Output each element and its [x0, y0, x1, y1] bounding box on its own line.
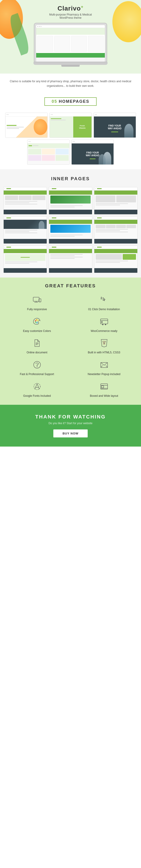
ip5-body [49, 220, 92, 244]
ip1-body [4, 190, 47, 214]
feature-document: Online document [5, 337, 69, 354]
ip6-logo [97, 217, 102, 218]
description-section: Clarivo is suitable for any kind of phar… [0, 73, 141, 94]
ip2-logo [52, 188, 56, 189]
inner-page-8[interactable] [49, 246, 92, 273]
feature-woo: WooCommerce ready [72, 316, 136, 333]
inner-page-7[interactable] [3, 246, 47, 273]
homepage-thumb-4[interactable] [27, 140, 69, 165]
responsive-icon [31, 294, 43, 306]
ip9-dot [95, 247, 96, 248]
ip8-green-bar [49, 249, 92, 253]
ip1-line2 [5, 203, 29, 203]
thankyou-subtitle-text: Do you like it? Start for your website [49, 422, 92, 425]
ip6-line1 [96, 229, 128, 229]
colors-svg [32, 317, 42, 326]
homepage-thumb-2[interactable]: FreshVitamin [50, 113, 92, 138]
click-icon [98, 294, 110, 306]
ip2-line1 [50, 205, 83, 206]
ip5-line2 [50, 236, 75, 237]
ip4-logo [6, 217, 11, 218]
inner-pages-title-text: INNER PAGES [51, 176, 90, 181]
responsive-svg [32, 296, 42, 305]
ip7-logo [6, 247, 11, 248]
browser-dot-3 [40, 26, 41, 27]
homepage-thumb-5[interactable]: FIND YOURWAY AHEAD [72, 140, 114, 165]
buy-now-button[interactable]: BUY NOW [53, 429, 88, 437]
features-grid: Fully responsive 01 Click Demo Installat… [5, 294, 136, 398]
svg-line-29 [106, 366, 108, 368]
subtitle-line2: WordPress theme [59, 16, 82, 20]
inner-page-3[interactable] [94, 187, 138, 215]
ip3-dot [95, 188, 96, 189]
hp4-header [27, 140, 69, 144]
inner-page-9[interactable] [94, 246, 138, 273]
ip2-line2 [50, 207, 75, 208]
subtitle-line1: Multi-purpose Pharmacy & Medical [49, 13, 92, 16]
thankyou-section: THANK FOR WATCHING Do you like it? Start… [0, 405, 141, 446]
ip8-content [49, 253, 92, 260]
hp5-header [72, 140, 114, 144]
support-icon [31, 359, 43, 371]
html5-svg: 5 CSS [100, 339, 109, 348]
ip8-line3 [50, 257, 83, 257]
feature-support-label: Fast & Professional Support [20, 372, 54, 376]
laptop-product-3 [71, 36, 87, 52]
hp5-body: FIND YOURWAY AHEAD [72, 144, 114, 164]
ip6-line2 [96, 230, 120, 231]
ip3-header [94, 187, 137, 190]
browser-dot-2 [39, 26, 40, 27]
laptop-mockup [34, 23, 107, 67]
laptop-outer [34, 23, 107, 62]
ip1-header [4, 187, 47, 190]
ip5-header [49, 217, 92, 220]
hp1-header [5, 113, 47, 117]
hp4-dot2 [30, 141, 30, 142]
ip1-line1 [5, 201, 37, 202]
layout-icon [98, 381, 110, 392]
inner-page-4[interactable] [3, 216, 47, 244]
inner-page-1[interactable] [3, 187, 47, 215]
hp3-dot1 [95, 114, 96, 115]
hp3-header [94, 113, 136, 117]
hp2-body: FreshVitamin [50, 117, 91, 137]
hp5-dot2 [74, 141, 75, 142]
homepages-grid: FreshVitamin FIND YOURWAY AHEAD [0, 110, 141, 169]
hp5-dot1 [73, 141, 74, 142]
ip1-footer [4, 210, 47, 214]
hp3-doctor [124, 124, 134, 137]
ip5-image [50, 225, 91, 233]
inner-page-5[interactable] [49, 216, 92, 244]
hp5-big-text: FIND YOURWAY AHEAD [86, 151, 100, 157]
ip3-line2 [96, 205, 120, 205]
homepage-thumb-1[interactable] [5, 113, 48, 138]
inner-page-6[interactable] [94, 216, 138, 244]
ip6-content [94, 224, 137, 234]
fonts-svg [32, 382, 42, 391]
ip7-footer [4, 268, 47, 273]
homepages-label: HOMEPAGES [59, 99, 89, 104]
feature-click-demo-label: 01 Click Demo Installation [88, 307, 120, 311]
hp2-left [50, 117, 73, 137]
thankyou-subtitle: Do you like it? Start for your website [5, 422, 136, 425]
ip5-line1 [50, 235, 83, 235]
browser-dot-1 [37, 26, 38, 27]
ip3-green-bar [94, 190, 137, 195]
ip7-header [4, 246, 47, 249]
feature-layout: Boxed and Wide layout [72, 381, 136, 398]
hp3-dot2 [96, 114, 97, 115]
fresh-text: FreshVitamin [79, 125, 86, 129]
ip4-header [4, 217, 47, 220]
laptop-stand [61, 65, 80, 67]
feature-newsletter: Newsletter Popup included [72, 359, 136, 376]
hp2-dot2 [52, 114, 53, 115]
homepage-thumb-3[interactable]: FIND YOURWAY AHEAD [94, 113, 136, 138]
inner-page-2[interactable] [49, 187, 92, 215]
ip9-green-bar [94, 249, 137, 253]
ip3-footer [94, 210, 137, 214]
ip9-line1 [96, 260, 128, 261]
homepages-section-title: 05 HOMEPAGES [0, 94, 141, 110]
ip9-logo [97, 247, 102, 248]
ip7-green-bar [4, 249, 47, 253]
homepages-badge: 05 HOMEPAGES [45, 97, 97, 106]
